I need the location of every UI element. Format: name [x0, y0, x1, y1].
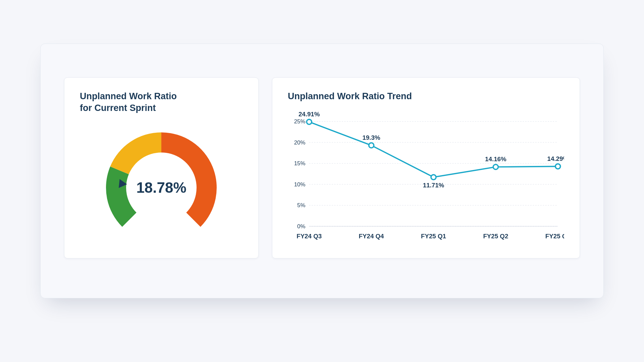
gauge-title-line2: for Current Sprint — [80, 103, 156, 113]
dashboard-panel: Unplanned Work Ratio for Current Sprint … — [40, 44, 604, 298]
gauge-title: Unplanned Work Ratio for Current Sprint — [80, 90, 243, 114]
gauge-value-label: 18.78% — [136, 179, 186, 196]
x-tick-label: FY25 Q3 — [545, 233, 564, 240]
gauge-zone — [110, 132, 161, 174]
trend-point — [431, 175, 436, 180]
data-label: 24.91% — [299, 111, 320, 118]
trend-point — [555, 164, 560, 169]
x-tick-label: FY25 Q2 — [483, 233, 508, 240]
gauge-svg: 18.78% — [89, 117, 233, 238]
y-tick-label: 10% — [294, 181, 306, 188]
trend-point — [493, 165, 498, 170]
y-tick-label: 20% — [294, 139, 306, 146]
data-label: 14.16% — [485, 156, 506, 163]
y-tick-label: 0% — [297, 223, 305, 230]
data-label: 11.71% — [423, 182, 444, 189]
y-tick-label: 5% — [297, 202, 305, 208]
data-label: 19.3% — [363, 134, 380, 141]
gauge-chart: 18.78% — [80, 117, 243, 238]
y-tick-label: 15% — [294, 160, 306, 167]
trend-series-line — [309, 122, 558, 177]
trend-title: Unplanned Work Ratio Trend — [288, 90, 564, 102]
y-tick-label: 25% — [294, 118, 306, 125]
gauge-zone — [106, 167, 137, 227]
x-tick-label: FY25 Q1 — [421, 233, 446, 240]
data-label: 14.29% — [547, 155, 564, 162]
trend-card: Unplanned Work Ratio Trend 0%5%10%15%20%… — [272, 77, 580, 258]
trend-svg: 0%5%10%15%20%25%FY24 Q3FY24 Q4FY25 Q1FY2… — [288, 106, 564, 250]
trend-point — [369, 143, 374, 148]
x-tick-label: FY24 Q4 — [359, 233, 384, 240]
x-tick-label: FY24 Q3 — [297, 233, 322, 240]
trend-point — [307, 119, 312, 124]
gauge-title-line1: Unplanned Work Ratio — [80, 91, 177, 101]
gauge-card: Unplanned Work Ratio for Current Sprint … — [64, 77, 259, 258]
